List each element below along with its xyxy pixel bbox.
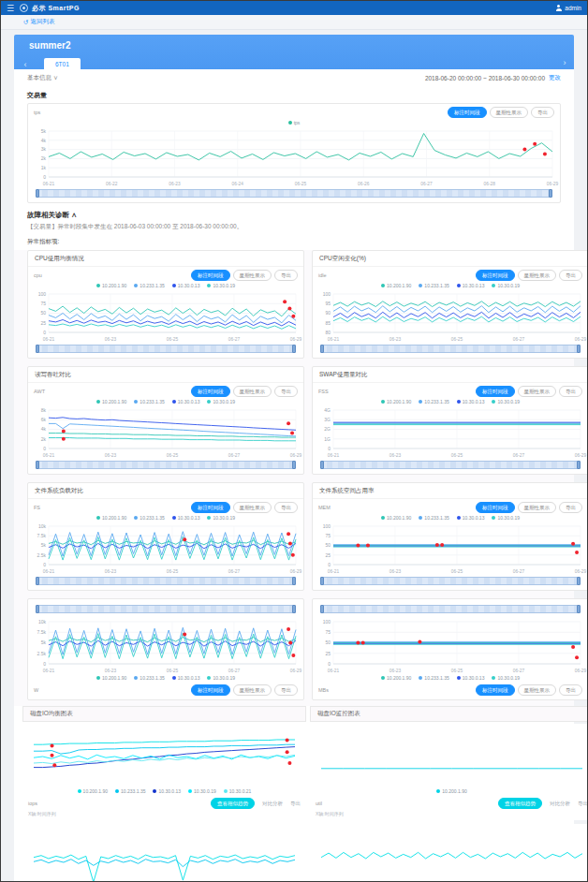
export-button[interactable]: 导出 [274, 386, 298, 397]
annotate-button[interactable]: 标注时间段 [448, 107, 487, 118]
datazoom-left-handle[interactable] [320, 577, 324, 585]
anomaly-marker[interactable] [51, 743, 54, 747]
datazoom-left-handle[interactable] [36, 577, 39, 585]
diagnosis-section-title[interactable]: 故障相关诊断 ∧ [14, 203, 574, 222]
legend-item[interactable]: 10.233.1.35 [115, 788, 145, 794]
export-button[interactable]: 导出 [559, 502, 582, 513]
legend-item[interactable]: 10.30.0.19 [207, 675, 235, 681]
datazoom-left-handle[interactable] [36, 345, 39, 353]
legend-item[interactable]: 10.30.0.19 [492, 675, 520, 681]
weekly-view-button[interactable]: 星期性展示 [233, 270, 272, 281]
datazoom-left-handle[interactable] [36, 189, 39, 198]
legend-item[interactable]: 10.30.0.13 [457, 515, 485, 521]
annotate-button[interactable]: 标注时间段 [191, 684, 230, 696]
fs-line-chart[interactable]: 10k7.5k5k2.5k006-2106-2306-2506-2706-29 [28, 522, 303, 575]
weekly-view-button[interactable]: 星期性展示 [518, 502, 557, 513]
legend-item[interactable]: 10.30.0.19 [188, 788, 216, 794]
anomaly-marker[interactable] [288, 541, 292, 545]
legend-item[interactable]: 10.30.0.19 [492, 399, 520, 404]
legend-item[interactable]: 10.200.1.90 [96, 515, 126, 521]
anomaly-marker[interactable] [52, 763, 56, 767]
datazoom-slider[interactable] [320, 577, 581, 585]
export-button[interactable]: 导出 [274, 684, 298, 696]
export-button[interactable]: 导出 [290, 801, 301, 807]
read-line-chart[interactable]: 100755025006-2106-2306-2506-2706-29 [313, 618, 588, 674]
anomaly-marker[interactable] [356, 544, 360, 548]
legend-item[interactable]: 10.200.1.90 [96, 399, 126, 404]
anomaly-marker[interactable] [291, 654, 295, 657]
export-button[interactable]: 导出 [559, 270, 582, 281]
write-line-chart[interactable]: 10k7.5k5k2.5k006-2106-2306-2506-2706-29 [28, 618, 303, 674]
anomaly-marker[interactable] [286, 739, 289, 742]
annotate-button[interactable]: 标注时间段 [476, 270, 515, 281]
legend-item[interactable]: 10.30.0.13 [457, 283, 485, 288]
legend-item[interactable]: 10.200.1.90 [78, 788, 108, 794]
legend-item[interactable]: 10.200.1.90 [96, 283, 126, 288]
annotate-button[interactable]: 标注时间段 [191, 386, 230, 397]
legend-item[interactable]: 10.30.0.13 [172, 399, 200, 404]
legend-item[interactable]: 10.200.1.90 [96, 675, 126, 681]
anomaly-marker[interactable] [287, 421, 290, 425]
tab-host[interactable]: 6T01 [44, 58, 81, 69]
anomaly-marker[interactable] [287, 761, 291, 765]
datazoom-left-handle[interactable] [320, 605, 324, 613]
anomaly-marker[interactable] [418, 640, 421, 644]
datazoom-slider[interactable] [36, 461, 296, 469]
disk-read-chart[interactable] [314, 826, 588, 882]
datazoom-slider[interactable] [320, 345, 581, 353]
tps-line-chart[interactable]: 5k4k3k2k1k006-2106-2206-2306-2406-2506-2… [28, 127, 560, 187]
export-button[interactable]: 导出 [559, 684, 582, 696]
weekly-view-button[interactable]: 星期性展示 [518, 684, 557, 696]
datazoom-slider[interactable] [36, 345, 296, 353]
awt-line-chart[interactable]: 8k6k4k2k006-2106-2306-2506-2706-29 [28, 406, 303, 459]
legend-item[interactable]: 10.30.0.13 [172, 675, 200, 681]
anomaly-marker[interactable] [287, 532, 290, 536]
legend-item[interactable]: 10.30.0.19 [207, 515, 235, 521]
disk-io-balance-chart[interactable] [26, 726, 302, 787]
export-button[interactable]: 导出 [274, 502, 298, 513]
datazoom-slider[interactable] [36, 577, 296, 585]
swap-line-chart[interactable]: 4G3G2G1G006-2106-2306-2506-2706-29 [313, 406, 588, 459]
datazoom-right-handle[interactable] [292, 345, 296, 353]
datazoom-left-handle[interactable] [320, 461, 324, 469]
anomaly-marker[interactable] [286, 750, 289, 754]
legend-item[interactable]: 10.30.0.19 [492, 283, 520, 288]
anomaly-marker[interactable] [575, 655, 579, 659]
legend-item[interactable]: 10.30.0.21 [224, 788, 252, 794]
datazoom-right-handle[interactable] [292, 605, 296, 613]
anomaly-marker[interactable] [183, 537, 186, 541]
legend-item[interactable]: 10.30.0.13 [172, 283, 200, 288]
annotate-button[interactable]: 标注时间段 [191, 270, 230, 281]
datazoom-slider[interactable] [36, 189, 552, 198]
legend-item[interactable]: 10.30.0.13 [172, 515, 200, 521]
datazoom-right-handle[interactable] [577, 577, 581, 585]
datazoom-right-handle[interactable] [577, 345, 581, 353]
weekly-view-button[interactable]: 星期性展示 [233, 684, 272, 696]
legend-item[interactable]: 10.233.1.35 [419, 515, 448, 521]
disk-io-monitor-chart[interactable] [314, 726, 588, 787]
legend-item[interactable]: 10.30.0.19 [207, 399, 235, 404]
annotate-button[interactable]: 标注时间段 [476, 684, 515, 696]
weekly-view-button[interactable]: 星期性展示 [233, 386, 272, 397]
legend-item[interactable]: 10.30.0.19 [492, 515, 520, 521]
legend-item[interactable]: 10.233.1.35 [134, 515, 164, 521]
export-button[interactable]: 导出 [274, 270, 298, 281]
similar-trend-button[interactable]: 查看相似趋势 [211, 798, 255, 809]
datazoom-right-handle[interactable] [577, 605, 581, 613]
legend-item[interactable]: 10.200.1.90 [381, 515, 411, 521]
anomaly-marker[interactable] [366, 544, 370, 548]
anomaly-marker[interactable] [62, 430, 66, 434]
legend-item[interactable]: 10.233.1.35 [419, 283, 448, 288]
datazoom-slider[interactable] [320, 605, 581, 613]
anomaly-marker[interactable] [571, 542, 575, 546]
datazoom-left-handle[interactable] [320, 345, 324, 353]
legend-item[interactable]: 10.200.1.90 [381, 675, 411, 681]
user-menu[interactable]: admin [555, 5, 581, 11]
annotate-button[interactable]: 标注时间段 [191, 502, 230, 513]
legend-item[interactable]: 10.30.0.13 [457, 675, 485, 681]
similar-trend-button[interactable]: 查看相似趋势 [498, 798, 542, 809]
export-button[interactable]: 导出 [559, 386, 582, 397]
legend-item[interactable]: 10.233.1.35 [134, 399, 164, 404]
back-link[interactable]: ↺ 返回列表 [23, 18, 54, 26]
legend-item[interactable]: 10.30.0.13 [457, 399, 485, 404]
